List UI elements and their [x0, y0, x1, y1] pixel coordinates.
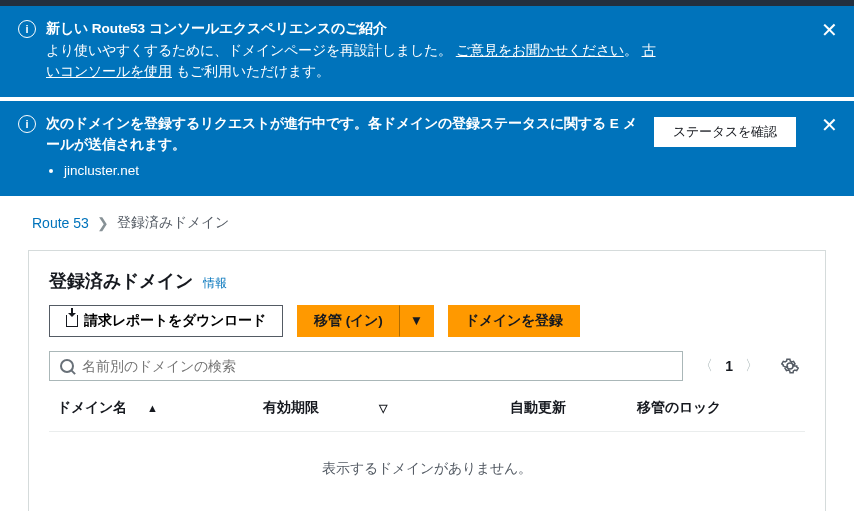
empty-state: 表示するドメインがありません。 — [49, 431, 805, 511]
check-status-button[interactable]: ステータスを確認 — [654, 117, 796, 147]
col-auto-renew[interactable]: 自動更新 — [502, 389, 629, 432]
close-icon[interactable]: ✕ — [821, 20, 838, 40]
info-banner-registration-pending: i 次のドメインを登録するリクエストが進行中です。各ドメインの登録ステータスに関… — [0, 101, 854, 196]
domains-table: ドメイン名▲ 有効期限▽ 自動更新 移管のロック 表示するドメインがありません。 — [49, 389, 805, 511]
breadcrumb: Route 53 ❯ 登録済みドメイン — [28, 214, 826, 250]
col-domain-name[interactable]: ドメイン名▲ — [49, 389, 255, 432]
pagination: 〈 1 〉 — [699, 357, 759, 375]
info-icon: i — [18, 115, 36, 133]
download-icon — [66, 315, 78, 327]
info-banner-new-console: i 新しい Route53 コンソールエクスペリエンスのご紹介 より使いやすくす… — [0, 6, 854, 97]
info-icon: i — [18, 20, 36, 38]
register-domain-button[interactable]: ドメインを登録 — [448, 305, 580, 337]
banner1-text-a: より使いやすくするために、ドメインページを再設計しました。 — [46, 43, 452, 58]
transfer-in-dropdown[interactable]: ▼ — [399, 305, 434, 337]
breadcrumb-root[interactable]: Route 53 — [32, 215, 89, 231]
feedback-link[interactable]: ご意見をお聞かせください — [456, 43, 624, 58]
prev-page-button[interactable]: 〈 — [699, 357, 713, 375]
col-transfer-lock[interactable]: 移管のロック — [629, 389, 805, 432]
pending-domain: jincluster.net — [64, 160, 644, 182]
search-input-wrapper[interactable] — [49, 351, 683, 381]
chevron-right-icon: ❯ — [97, 215, 109, 231]
close-icon[interactable]: ✕ — [821, 115, 838, 135]
download-report-button[interactable]: 請求レポートをダウンロード — [49, 305, 283, 337]
sort-none-icon: ▽ — [379, 402, 387, 414]
caret-down-icon: ▼ — [410, 313, 423, 328]
transfer-in-button[interactable]: 移管 (イン) — [297, 305, 399, 337]
page-title: 登録済みドメイン — [49, 269, 193, 293]
col-expiry[interactable]: 有効期限▽ — [255, 389, 502, 432]
gear-icon — [781, 357, 799, 375]
settings-button[interactable] — [775, 351, 805, 381]
breadcrumb-current: 登録済みドメイン — [117, 214, 229, 232]
search-icon — [60, 359, 74, 373]
banner1-headline: 新しい Route53 コンソールエクスペリエンスのご紹介 — [46, 18, 666, 40]
next-page-button[interactable]: 〉 — [745, 357, 759, 375]
page-number: 1 — [725, 358, 733, 374]
registered-domains-panel: 登録済みドメイン 情報 請求レポートをダウンロード 移管 (イン) ▼ ドメイン… — [28, 250, 826, 511]
search-input[interactable] — [82, 358, 672, 374]
info-link[interactable]: 情報 — [203, 275, 227, 292]
banner1-text-b: もご利用いただけます。 — [172, 64, 330, 79]
banner2-text: 次のドメインを登録するリクエストが進行中です。各ドメインの登録ステータスに関する… — [46, 116, 637, 153]
sort-asc-icon: ▲ — [147, 402, 158, 414]
